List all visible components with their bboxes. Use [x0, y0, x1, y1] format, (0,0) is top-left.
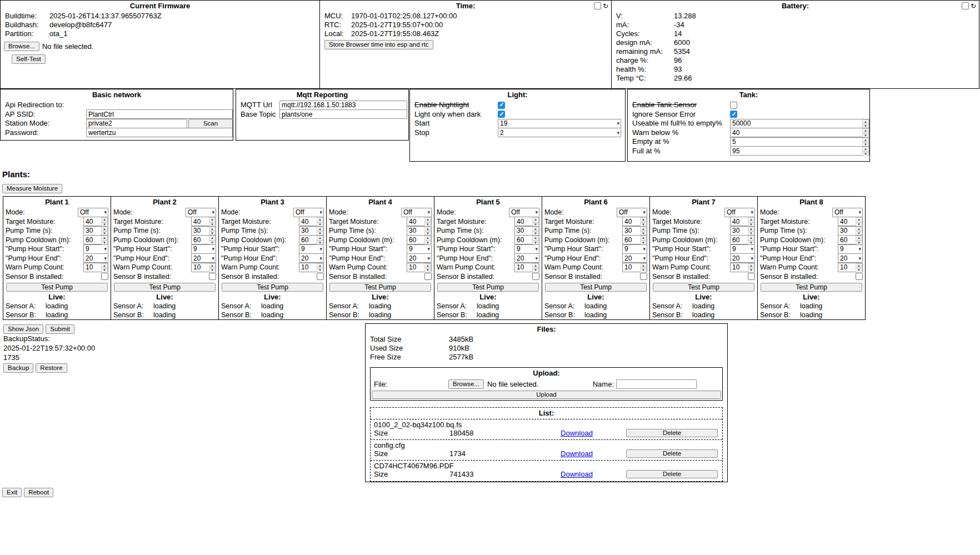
- spinner-icon[interactable]: ▲▼: [424, 227, 431, 235]
- spinner-icon[interactable]: ▲▼: [856, 227, 862, 235]
- pump-hour-start-select-control[interactable]: 9: [514, 244, 539, 254]
- spinner-icon[interactable]: ▲▼: [424, 236, 431, 244]
- spinner-icon[interactable]: ▲▼: [862, 138, 869, 146]
- plant-mode-select-control[interactable]: Off: [293, 208, 324, 217]
- upload-button[interactable]: Upload: [372, 391, 721, 399]
- plant-mode-select[interactable]: Off: [78, 208, 108, 217]
- plant-mode-select[interactable]: Off: [509, 208, 539, 217]
- pump-hour-end-select[interactable]: 20: [299, 253, 324, 263]
- sensor-b-installed-checkbox[interactable]: [317, 273, 324, 280]
- enable-tank-sensor-checkbox[interactable]: [730, 102, 737, 109]
- plant-mode-select-control[interactable]: Off: [617, 208, 647, 217]
- light-start-select[interactable]: 19: [498, 119, 621, 128]
- plant-mode-select[interactable]: Off: [617, 208, 647, 217]
- pump-hour-start-select-control[interactable]: 9: [838, 244, 863, 254]
- measure-moisture-button[interactable]: Measure Moisture: [2, 184, 62, 193]
- pump-hour-start-select-control[interactable]: 9: [622, 244, 647, 254]
- delete-button[interactable]: Delete: [626, 449, 718, 458]
- test-pump-button[interactable]: Test Pump: [761, 283, 862, 292]
- download-link[interactable]: Download: [561, 470, 593, 478]
- spinner-icon[interactable]: ▲▼: [101, 263, 108, 272]
- spinner-icon[interactable]: ▲▼: [101, 236, 108, 244]
- spinner-icon[interactable]: ▲▼: [640, 236, 647, 244]
- plant-mode-select-control[interactable]: Off: [186, 208, 216, 217]
- plant-mode-select-control[interactable]: Off: [832, 208, 863, 217]
- pump-hour-end-select-control[interactable]: 20: [299, 253, 324, 263]
- spinner-icon[interactable]: ▲▼: [317, 227, 323, 235]
- spinner-icon[interactable]: ▲▼: [640, 217, 647, 226]
- time-auto-checkbox[interactable]: [594, 2, 601, 9]
- spinner-icon[interactable]: ▲▼: [856, 217, 862, 226]
- spinner-icon[interactable]: ▲▼: [209, 263, 216, 272]
- delete-button[interactable]: Delete: [626, 429, 718, 437]
- spinner-icon[interactable]: ▲▼: [856, 263, 862, 272]
- plant-mode-select[interactable]: Off: [832, 208, 863, 217]
- pump-hour-end-select[interactable]: 20: [838, 253, 863, 263]
- spinner-icon[interactable]: ▲▼: [317, 263, 323, 272]
- store-browser-time-button[interactable]: Store Browser time into esp and rtc: [324, 40, 433, 49]
- pump-hour-start-select[interactable]: 9: [838, 244, 863, 254]
- test-pump-button[interactable]: Test Pump: [6, 283, 108, 292]
- spinner-icon[interactable]: ▲▼: [209, 217, 216, 226]
- spinner-icon[interactable]: ▲▼: [532, 263, 539, 272]
- light-stop-select-control[interactable]: 2: [498, 128, 621, 137]
- pump-hour-start-select[interactable]: 9: [407, 244, 432, 254]
- pump-hour-end-select-control[interactable]: 20: [730, 253, 755, 263]
- pump-hour-end-select[interactable]: 20: [730, 253, 755, 263]
- pump-hour-end-select[interactable]: 20: [622, 253, 647, 263]
- light-only-dark-checkbox[interactable]: [498, 111, 505, 118]
- spinner-icon[interactable]: ▲▼: [209, 227, 216, 235]
- test-pump-button[interactable]: Test Pump: [329, 283, 431, 292]
- pump-hour-end-select-control[interactable]: 20: [191, 253, 216, 263]
- plant-mode-select[interactable]: Off: [186, 208, 216, 217]
- base-topic-input[interactable]: [279, 109, 407, 119]
- time-refresh-icon[interactable]: ↻: [603, 3, 608, 9]
- sensor-b-installed-checkbox[interactable]: [209, 273, 216, 280]
- download-link[interactable]: Download: [561, 449, 593, 458]
- plant-mode-select[interactable]: Off: [724, 208, 755, 217]
- upload-name-input[interactable]: [616, 379, 697, 389]
- delete-button[interactable]: Delete: [626, 470, 718, 478]
- pump-hour-start-select-control[interactable]: 9: [299, 244, 324, 254]
- warn-below-input[interactable]: [730, 128, 869, 137]
- sensor-b-installed-checkbox[interactable]: [424, 273, 432, 280]
- plant-mode-select-control[interactable]: Off: [78, 208, 108, 217]
- full-at-input[interactable]: [730, 146, 869, 156]
- spinner-icon[interactable]: ▲▼: [856, 236, 862, 244]
- spinner-icon[interactable]: ▲▼: [862, 147, 869, 155]
- test-pump-button[interactable]: Test Pump: [222, 283, 323, 292]
- test-pump-button[interactable]: Test Pump: [545, 283, 647, 292]
- sensor-b-installed-checkbox[interactable]: [532, 273, 539, 280]
- pump-hour-end-select[interactable]: 20: [514, 253, 539, 263]
- pump-hour-start-select-control[interactable]: 9: [407, 244, 432, 254]
- spinner-icon[interactable]: ▲▼: [862, 119, 869, 128]
- test-pump-button[interactable]: Test Pump: [114, 283, 216, 292]
- pump-hour-end-select-control[interactable]: 20: [838, 253, 863, 263]
- light-start-select-control[interactable]: 19: [498, 119, 621, 128]
- pump-hour-start-select[interactable]: 9: [514, 244, 539, 254]
- pump-hour-end-select[interactable]: 20: [191, 253, 216, 263]
- plant-mode-select[interactable]: Off: [401, 208, 432, 217]
- pump-hour-end-select-control[interactable]: 20: [83, 253, 108, 263]
- sensor-b-installed-checkbox[interactable]: [640, 273, 647, 280]
- reboot-button[interactable]: Reboot: [24, 488, 53, 497]
- test-pump-button[interactable]: Test Pump: [437, 283, 539, 292]
- spinner-icon[interactable]: ▲▼: [532, 227, 539, 235]
- ignore-sensor-error-checkbox[interactable]: [730, 111, 737, 118]
- password-input[interactable]: [86, 128, 233, 137]
- pump-hour-start-select[interactable]: 9: [730, 244, 755, 254]
- spinner-icon[interactable]: ▲▼: [640, 227, 647, 235]
- spinner-icon[interactable]: ▲▼: [101, 217, 108, 226]
- pump-hour-start-select[interactable]: 9: [83, 244, 108, 254]
- sensor-b-installed-checkbox[interactable]: [748, 273, 755, 280]
- spinner-icon[interactable]: ▲▼: [640, 263, 647, 272]
- spinner-icon[interactable]: ▲▼: [317, 236, 323, 244]
- self-test-button[interactable]: Self-Test: [12, 54, 46, 64]
- empty-at-input[interactable]: [730, 137, 869, 147]
- upload-browse-button[interactable]: Browse...: [448, 379, 484, 389]
- show-json-button[interactable]: Show Json: [3, 324, 43, 334]
- pump-hour-end-select-control[interactable]: 20: [622, 253, 647, 263]
- sensor-b-installed-checkbox[interactable]: [856, 273, 863, 280]
- pump-hour-start-select[interactable]: 9: [191, 244, 216, 254]
- pump-hour-start-select-control[interactable]: 9: [191, 244, 216, 254]
